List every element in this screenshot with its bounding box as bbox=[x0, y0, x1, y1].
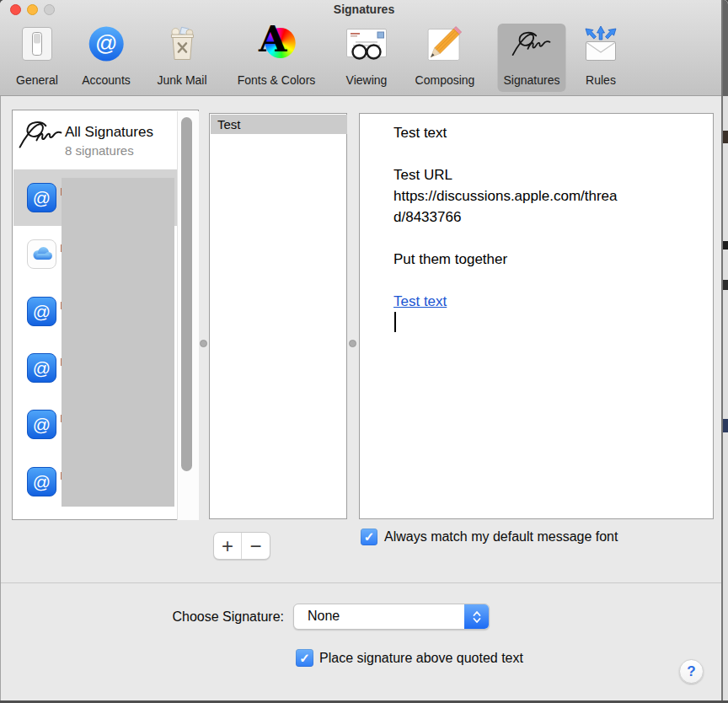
toolbar-item-label: Junk Mail bbox=[157, 73, 206, 87]
editor-blank-line bbox=[393, 228, 705, 249]
scrollbar-track[interactable] bbox=[178, 111, 199, 520]
composing-icon bbox=[423, 25, 467, 64]
section-divider bbox=[0, 582, 728, 583]
editor-line: Test text bbox=[393, 122, 705, 143]
signatures-icon bbox=[510, 25, 554, 64]
editor-line: Test text bbox=[393, 291, 705, 312]
add-signature-button[interactable]: + bbox=[214, 533, 242, 559]
fonts-colors-icon: A bbox=[254, 25, 298, 64]
all-signatures-item[interactable]: All Signatures 8 signatures bbox=[13, 111, 177, 169]
signature-list-panel: Test bbox=[209, 113, 347, 519]
editor-text: Test text bbox=[393, 125, 447, 141]
svg-text:@: @ bbox=[33, 188, 51, 207]
editor-line: https://discussions.apple.com/threa bbox=[393, 185, 705, 207]
toolbar-item-rules[interactable]: Rules bbox=[573, 24, 629, 92]
toolbar-item-label: General bbox=[16, 73, 58, 87]
toolbar-item-viewing[interactable]: Viewing bbox=[339, 24, 394, 92]
window-left-edge bbox=[0, 96, 1, 703]
rules-icon bbox=[579, 25, 623, 64]
general-icon bbox=[15, 25, 59, 64]
toolbar-item-accounts[interactable]: @Accounts bbox=[76, 24, 136, 92]
at-account-icon: @ bbox=[27, 353, 56, 383]
toolbar-item-label: Viewing bbox=[346, 73, 388, 87]
popup-selected-value: None bbox=[308, 609, 340, 624]
at-account-icon: @ bbox=[27, 183, 56, 212]
signature-editor-panel: Test textTest URLhttps://discussions.app… bbox=[359, 113, 714, 519]
splitter-handle-left[interactable] bbox=[200, 340, 207, 347]
svg-text:@: @ bbox=[33, 358, 51, 378]
svg-text:@: @ bbox=[95, 30, 117, 56]
titlebar[interactable]: Signatures bbox=[0, 0, 728, 19]
toolbar-item-junk-mail[interactable]: Junk Mail bbox=[151, 24, 212, 92]
editor-text: https://discussions.apple.com/threa bbox=[393, 188, 618, 204]
editor-line: d/8433766 bbox=[393, 207, 705, 228]
background-sliver bbox=[723, 0, 728, 703]
window-title: Signatures bbox=[0, 3, 728, 16]
editor-text: Test URL bbox=[393, 167, 452, 183]
signature-scribble-icon bbox=[16, 120, 65, 155]
text-caret bbox=[394, 312, 396, 332]
editor-blank-line bbox=[393, 143, 705, 164]
accounts-icon: @ bbox=[84, 25, 128, 64]
editor-blank-line bbox=[393, 270, 705, 291]
choose-signature-label: Choose Signature: bbox=[93, 609, 284, 625]
toolbar-item-fonts-colors[interactable]: AFonts & Colors bbox=[232, 24, 322, 92]
choose-signature-popup[interactable]: None bbox=[293, 604, 490, 630]
at-account-icon: @ bbox=[27, 410, 56, 439]
help-button[interactable]: ? bbox=[679, 659, 704, 684]
popup-stepper-icon bbox=[464, 604, 489, 629]
editor-text: Put them together bbox=[393, 251, 507, 267]
toolbar-item-label: Fonts & Colors bbox=[238, 73, 316, 87]
accounts-panel: All Signatures 8 signatures @@@@@ bbox=[12, 110, 199, 520]
toolbar-item-composing[interactable]: Composing bbox=[410, 24, 481, 92]
place-above-checkbox[interactable] bbox=[296, 649, 313, 667]
scrollbar-thumb[interactable] bbox=[181, 117, 192, 471]
junk-mail-icon bbox=[160, 25, 204, 64]
remove-signature-button[interactable]: − bbox=[242, 533, 270, 559]
toolbar-item-label: Composing bbox=[415, 73, 475, 87]
redacted-account-names bbox=[62, 178, 174, 507]
toolbar-item-label: Rules bbox=[586, 73, 616, 87]
splitter-handle-right[interactable] bbox=[349, 340, 356, 347]
at-account-icon: @ bbox=[27, 467, 56, 496]
signature-list-item[interactable]: Test bbox=[211, 115, 347, 134]
toolbar-item-signatures[interactable]: Signatures bbox=[498, 24, 566, 92]
add-remove-control: + − bbox=[213, 532, 270, 560]
at-account-icon: @ bbox=[27, 297, 56, 326]
toolbar-item-label: Signatures bbox=[504, 73, 560, 87]
editor-line: Test URL bbox=[393, 164, 705, 185]
signature-editor[interactable]: Test textTest URLhttps://discussions.app… bbox=[361, 115, 714, 519]
mail-preferences-window: Signatures General@AccountsJunk MailAFon… bbox=[0, 0, 728, 703]
svg-text:@: @ bbox=[33, 415, 51, 434]
toolbar-item-general[interactable]: General bbox=[9, 24, 65, 92]
match-font-label: Always match my default message font bbox=[384, 529, 618, 545]
editor-text: d/8433766 bbox=[393, 209, 461, 225]
all-signatures-label: All Signatures bbox=[65, 124, 153, 141]
editor-line: Put them together bbox=[393, 249, 705, 270]
place-above-label: Place signature above quoted text bbox=[319, 651, 523, 666]
viewing-icon bbox=[345, 25, 388, 64]
signature-count-label: 8 signatures bbox=[65, 143, 134, 158]
svg-text:@: @ bbox=[33, 302, 51, 321]
svg-text:@: @ bbox=[33, 472, 51, 491]
editor-caret-line bbox=[393, 312, 705, 333]
match-font-checkbox[interactable] bbox=[361, 529, 377, 545]
toolbar-item-label: Accounts bbox=[82, 73, 131, 87]
window-right-edge bbox=[721, 0, 723, 703]
window-chrome: Signatures General@AccountsJunk MailAFon… bbox=[0, 0, 728, 96]
icloud-account-icon bbox=[27, 239, 56, 269]
signature-link[interactable]: Test text bbox=[393, 293, 447, 309]
